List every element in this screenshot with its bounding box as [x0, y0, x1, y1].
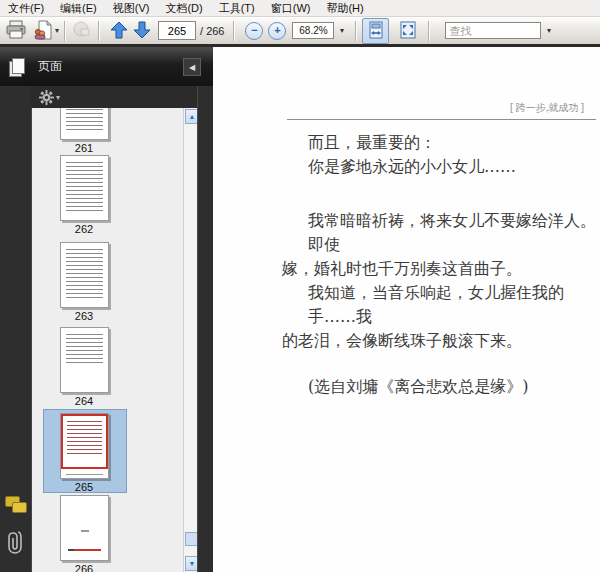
menu-tools[interactable]: 工具(T) [211, 1, 263, 16]
header-rule [287, 119, 596, 120]
search-caret[interactable]: ▾ [541, 22, 554, 39]
collaborate-button[interactable]: ▾ [33, 19, 59, 43]
attachments-paperclip-icon[interactable] [7, 529, 23, 560]
prev-page-icon [109, 20, 129, 42]
document-text: 而且，最重要的： 你是爹地永远的小小女儿…… 我常暗暗祈祷，将来女儿不要嫁给洋人… [282, 131, 600, 399]
toolbar-separator [355, 21, 357, 41]
thumbnail-page-262[interactable]: 262 [43, 155, 125, 235]
panel-splitter[interactable] [197, 47, 214, 572]
toolbar-separator [98, 21, 100, 41]
search-input[interactable] [445, 22, 541, 39]
thumbnail-label: 262 [43, 223, 125, 235]
pages-panel-title: 页面 [38, 58, 62, 75]
thumbnail-page-264[interactable]: 264 [43, 327, 125, 407]
thumbnail-label: 261 [43, 142, 125, 154]
text-line: 我常暗暗祈祷，将来女儿不要嫁给洋人。即使 [282, 209, 600, 257]
scroll-mode-icon [367, 21, 385, 41]
navigation-rail [0, 47, 31, 572]
page-total-label: / 266 [200, 25, 224, 37]
menu-view[interactable]: 视图(V) [105, 1, 158, 16]
thumbnail-page-263[interactable]: 263 [43, 242, 125, 322]
toolbar-separator [64, 21, 66, 41]
text-line: 你是爹地永远的小小女儿…… [282, 155, 600, 179]
gear-caret-icon: ▾ [56, 93, 60, 102]
zoom-out-button[interactable]: − [245, 22, 263, 40]
thumbnail-options-row: ▾ [31, 86, 197, 108]
fit-page-icon [399, 21, 417, 41]
zoom-level-value[interactable]: 68.2% [292, 22, 334, 39]
collaborate-icon [33, 20, 53, 42]
text-line: 的老泪，会像断线珠子般滚下来。 [282, 329, 600, 353]
toolbar-separator [233, 21, 235, 41]
comments-icon[interactable] [5, 496, 27, 514]
toolbar: ▾ [0, 17, 600, 44]
pages-panel-icon [9, 58, 24, 76]
fit-page-button[interactable] [395, 19, 420, 43]
text-line: 嫁，婚礼时也千万别奏这首曲子。 [282, 257, 600, 281]
pages-panel-header: 页面 ◀ [0, 47, 213, 86]
dropdown-caret-icon: ▾ [340, 26, 344, 35]
menu-bar: 文件(F) 编辑(E) 视图(V) 文档(D) 工具(T) 窗口(W) 帮助(H… [0, 0, 600, 17]
zoom-level-caret[interactable]: ▾ [334, 22, 347, 39]
print-icon [5, 20, 27, 42]
text-line: 而且，最重要的： [282, 131, 600, 155]
collapse-panel-button[interactable]: ◀ [183, 58, 201, 76]
menu-file[interactable]: 文件(F) [0, 1, 52, 16]
share-disabled-button [71, 19, 93, 43]
thumbnail-label: 264 [43, 395, 125, 407]
text-line: 我知道，当音乐响起，女儿握住我的手……我 [282, 281, 600, 329]
options-gear-button[interactable]: ▾ [39, 90, 60, 105]
thumbnail-scrollbar[interactable]: ▲ ▼ [183, 108, 198, 572]
menu-window[interactable]: 窗口(W) [263, 1, 319, 16]
menu-edit[interactable]: 编辑(E) [52, 1, 105, 16]
thumbnail-page-265-selected[interactable]: 265 [43, 413, 125, 493]
scroll-mode-button[interactable] [362, 18, 389, 44]
print-button[interactable] [5, 19, 27, 43]
next-page-button[interactable] [132, 19, 152, 43]
menu-document[interactable]: 文档(D) [157, 1, 210, 16]
page-running-header: [ 跨一步,就成功 ] [510, 101, 584, 115]
document-page: [ 跨一步,就成功 ] 而且，最重要的： 你是爹地永远的小小女儿…… 我常暗暗祈… [213, 47, 600, 572]
collaborate-caret-icon: ▾ [55, 26, 59, 35]
thumbnail-label: 265 [43, 481, 125, 493]
page-number-input[interactable] [158, 21, 196, 40]
current-view-indicator [61, 414, 108, 469]
thumbnail-label: 266 [43, 563, 125, 572]
thumbnail-page-261[interactable]: 261 [43, 108, 125, 154]
share-disabled-icon [71, 20, 93, 42]
dropdown-caret-icon: ▾ [547, 26, 551, 35]
next-page-icon [132, 20, 152, 42]
zoom-in-button[interactable]: + [268, 22, 286, 40]
menu-help[interactable]: 帮助(H) [318, 1, 371, 16]
attribution-line: (选自刘墉《离合悲欢总是缘》) [282, 375, 600, 399]
thumbnail-label: 263 [43, 310, 125, 322]
toolbar-separator [428, 21, 430, 41]
pdf-reader-window: 文件(F) 编辑(E) 视图(V) 文档(D) 工具(T) 窗口(W) 帮助(H… [0, 0, 600, 572]
previous-page-button[interactable] [109, 19, 129, 43]
content-area: 页面 ◀ ▾ [0, 47, 600, 572]
thumbnail-panel: 261 262 263 264 [31, 108, 184, 572]
thumbnail-page-266[interactable]: 266 [43, 495, 125, 572]
